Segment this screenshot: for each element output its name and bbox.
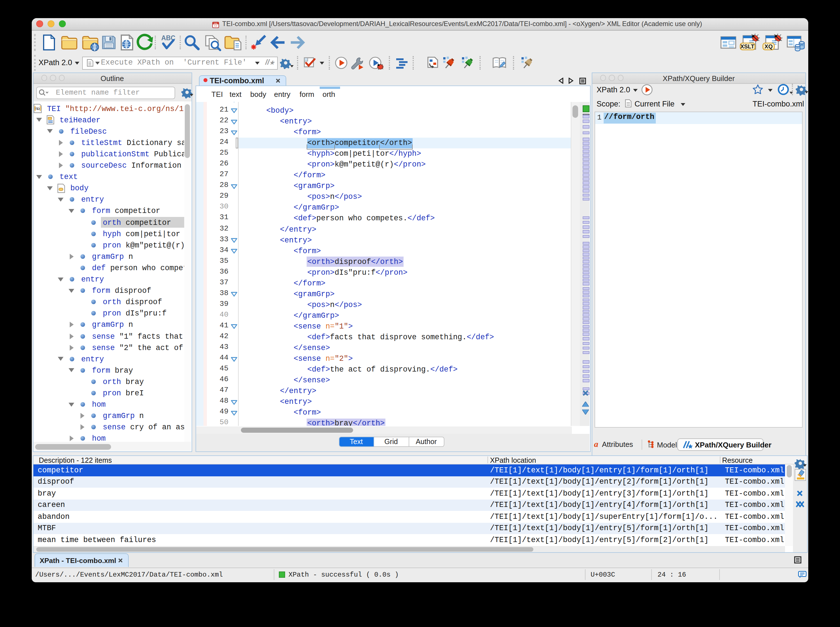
svg-text:XML: XML — [214, 22, 218, 24]
svg-text:TEI: TEI — [35, 107, 39, 110]
svg-text:XQ: XQ — [764, 43, 773, 49]
svg-text:XSLT: XSLT — [740, 43, 755, 49]
svg-text:<>: <> — [214, 24, 217, 27]
